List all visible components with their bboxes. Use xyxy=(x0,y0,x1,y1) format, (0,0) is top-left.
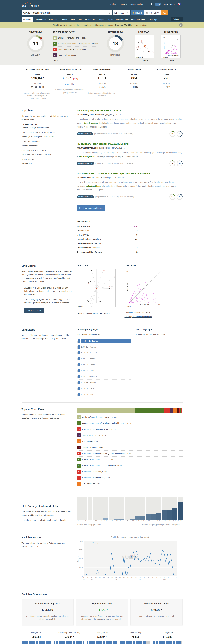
suggested-search-link[interactable]: Editorial Links nearest the top of the p… xyxy=(22,130,72,134)
anchor-tag[interactable]: jeans xyxy=(80,152,84,154)
suggested-search-link[interactable]: Editorial Links (low Link Density) xyxy=(22,126,72,130)
anchor-tag[interactable]: dansko shoes xyxy=(160,122,171,124)
anchor-tag[interactable]: guess handbags xyxy=(152,152,165,154)
trophy-badge[interactable]: 4 xyxy=(155,3,160,6)
list-icon[interactable] xyxy=(146,3,148,5)
url-options-gear-icon[interactable]: ⚙ xyxy=(119,113,122,116)
banner-domain-link[interactable]: dolceandgabbana.org.uk xyxy=(85,24,106,26)
anchor-tag[interactable]: dolce & gabbana xyxy=(86,185,100,187)
tab-pages[interactable]: Pages xyxy=(97,17,106,22)
link-profile-image[interactable]: 100100CITATION FLOWTRUST FLOWMAJESTIC xyxy=(124,269,162,308)
anchor-tag[interactable]: nike kyrie 2 xyxy=(116,156,124,158)
anchor-tag[interactable]: handbags xyxy=(106,156,114,158)
anchor-tag[interactable]: asics running shoes xyxy=(82,189,98,191)
anchor-tag[interactable]: armani sunglasses xyxy=(86,181,101,184)
tab-link-graph[interactable]: Link Graph xyxy=(146,17,159,22)
anchor-tag[interactable]: giannis xyxy=(99,189,104,191)
link-graph-image[interactable]: MAJESTIC xyxy=(77,269,116,308)
anchor-tag[interactable]: chenlina xyxy=(130,118,137,120)
tab-new[interactable]: New xyxy=(69,17,76,22)
suggested-search-link[interactable]: NoFollow links xyxy=(22,157,72,162)
anchor-tag[interactable]: nike outlet store xyxy=(102,185,114,187)
anchor-tag[interactable]: tory burch xyxy=(138,185,146,187)
stat-description-link[interactable]: Breakdown xyxy=(98,95,106,97)
ttf-category-row[interactable]: 10Sports / Winter Sports, 3.42% xyxy=(77,432,182,438)
nav-item-support[interactable]: Support∨ xyxy=(119,3,127,5)
ttf-category-row[interactable]: 10Arts / Bodyart, 3.2% xyxy=(77,438,182,444)
anchor-tag[interactable]: vetements clothing xyxy=(136,152,151,154)
tab-anchor-text[interactable]: Anchor Text xyxy=(84,17,97,22)
nav-item-plans-pricing[interactable]: Plans & Pricing xyxy=(130,3,143,5)
topical-item[interactable]: 12Games / Video Games / Developers and P… xyxy=(53,41,98,47)
ttf-category-row[interactable]: 10Computers / Internet / On the Web, 5.5… xyxy=(77,426,182,432)
banner-count-link[interactable]: 524,541 xyxy=(124,24,131,26)
ttf-category-row[interactable]: 12Games / Video Games / Developers and P… xyxy=(77,420,182,426)
tab-lost[interactable]: Lost xyxy=(76,17,83,22)
url-options-gear-icon[interactable]: ⚙ xyxy=(123,147,126,149)
anchor-tag[interactable]: jordan 6 xyxy=(138,122,144,124)
search-submit-button[interactable] xyxy=(161,10,168,16)
topical-item[interactable]: 13Business / Agriculture and Forestry xyxy=(53,35,98,41)
anchor-tag[interactable]: hogan shoes xyxy=(114,122,124,124)
tab-advanced-tools[interactable]: Advanced Tools xyxy=(130,17,146,22)
referring-domains-profile-link[interactable]: Referring Domains Link Profile » xyxy=(124,316,152,318)
anchor-tag[interactable]: nfl jerseys xyxy=(97,156,105,158)
scope-select[interactable]: Subdomain ▼ xyxy=(113,10,130,16)
anchor-tag[interactable]: antonio brown jerseys xyxy=(85,152,103,154)
anchor-tag[interactable]: air more uptempo xyxy=(102,181,116,184)
interactive-link-graph-link[interactable]: Check out the interactive Link Graph » xyxy=(77,312,110,315)
link-profile-more-link[interactable]: ... more xyxy=(159,59,182,62)
anchor-tag[interactable]: burberry sale xyxy=(126,122,136,124)
ttf-category-row[interactable]: 8Computers / Multimedia, 0.28% xyxy=(77,469,182,475)
anchor-tag[interactable]: cheap jordan shoes xyxy=(118,181,134,184)
whats-this-link[interactable]: What's this? xyxy=(65,83,75,85)
link-graph-thumbnail[interactable]: MAJESTIC xyxy=(135,35,154,58)
anchor-tag[interactable]: red bottom shoes xyxy=(135,181,149,184)
ttf-category-row[interactable]: 10Shopping / Sports, 2.18% xyxy=(77,444,182,450)
ttf-category-row[interactable]: 8Games / Video Games / Action-Adventure,… xyxy=(77,463,182,469)
suggested-search-link[interactable]: Specific anchor text xyxy=(22,144,72,148)
backlink-title-link[interactable]: NBA Hungary | NHL 09 HSP 2012 hírek xyxy=(77,109,182,112)
tab-related-sites[interactable]: Related Sites xyxy=(114,17,130,22)
anchor-tag[interactable]: handbags xyxy=(80,118,88,120)
ttf-category-row[interactable]: 9Games / Video Games / Action, 0.73% xyxy=(77,456,182,463)
anchor-tag[interactable]: gioielli xyxy=(80,181,85,184)
anchor-tag[interactable]: russell westbrook shoes xyxy=(89,118,108,120)
anchor-tag[interactable]: dolce and gabbana xyxy=(79,156,96,158)
anchor-tag[interactable]: christian louboutin pas cher xyxy=(148,185,170,187)
anchor-tag[interactable]: basketball jerseys xyxy=(120,152,134,154)
tab-context[interactable]: Context xyxy=(59,17,69,22)
tab-ref-domains[interactable]: Ref Domains xyxy=(33,17,48,22)
anchor-tag[interactable]: jordan 7 xyxy=(130,185,137,187)
pin-icon[interactable] xyxy=(151,3,152,6)
topical-more-link[interactable]: more ... xyxy=(53,59,98,61)
anchor-tag[interactable]: basketball shoes xyxy=(100,122,113,124)
fresh-index-button[interactable]: FRESH xyxy=(131,10,144,16)
check-it-out-button[interactable]: CHECK IT OUT xyxy=(24,308,44,314)
ttf-category-row[interactable]: 13Business / Agriculture and Forestry, 5… xyxy=(77,414,182,420)
anchor-tag[interactable]: freshjive clothing xyxy=(150,181,164,184)
tab-summary[interactable]: Summary xyxy=(22,17,33,22)
nav-item-tools[interactable]: Tools∨ xyxy=(110,3,116,5)
banner-close-icon[interactable]: ✕ xyxy=(179,23,182,27)
majestic-logo[interactable]: ★ ★ ★ ★ ★ MAJESTIC xyxy=(22,1,42,8)
backlink-title-link[interactable]: Discussion Pod :: View topic - Starscape… xyxy=(77,172,182,175)
more-link-context-button[interactable]: Check out more Link Context xyxy=(77,206,105,210)
anchor-tag[interactable]: omega watches xyxy=(126,156,138,158)
anchor-tag[interactable]: 10 deep clothing xyxy=(116,185,129,187)
my-account-menu[interactable]: My Account∨ xyxy=(164,3,175,5)
historic-index-button[interactable]: HISTORIC xyxy=(144,10,161,16)
anchor-tag[interactable]: cartier sunglasses xyxy=(104,152,119,154)
ttf-category-row[interactable]: 7Arts / Television, 0.1% xyxy=(77,481,182,487)
anchor-tag[interactable]: basketball xyxy=(98,126,106,128)
suggested-search-link[interactable]: Links from EN language xyxy=(22,139,72,144)
stat-description-link[interactable]: External Referring URLs + Supplemental L… xyxy=(27,95,48,100)
suggested-search-link[interactable]: Directory/Nav links (high Link Density) xyxy=(22,134,72,139)
suggested-search-link[interactable]: Other domains linked near my link xyxy=(22,152,72,157)
search-options-gear-icon[interactable]: ⚙ xyxy=(108,12,110,14)
language-flag-icon[interactable]: ∨ xyxy=(178,3,182,6)
anchor-tag[interactable]: mont blanc pens xyxy=(84,126,97,128)
topical-item[interactable]: 10Sports / Winter Sports xyxy=(53,52,98,58)
ttf-category-row[interactable]: 7Computers / Internet / Chat, 0.18% xyxy=(77,475,182,481)
suggested-search-link[interactable]: Deleted links xyxy=(22,162,72,166)
